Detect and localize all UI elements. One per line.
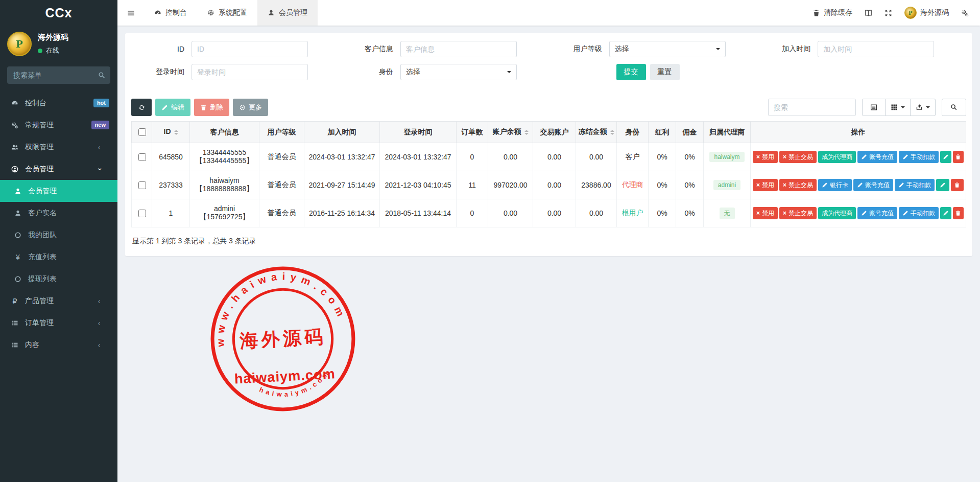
detail-view-icon: [870, 104, 877, 111]
cell-customer: 13344445555【13344445555】: [190, 143, 259, 171]
disable-button[interactable]: ×禁用: [753, 179, 778, 191]
filter-select-用户等级[interactable]: 选择: [609, 41, 726, 57]
sidebar-item-会员管理[interactable]: 会员管理‹: [0, 158, 117, 180]
sidebar-user-panel: P 海外源码 在线: [0, 26, 117, 64]
column-header-账户余额[interactable]: 账户余额: [488, 122, 533, 143]
settings-gears-icon[interactable]: [961, 9, 969, 17]
cell-level: 普通会员: [259, 199, 304, 227]
sidebar-item-常规管理[interactable]: 常规管理new: [0, 114, 117, 136]
filter-input-加入时间[interactable]: [818, 41, 934, 57]
navbar-user[interactable]: P 海外源码: [904, 7, 949, 19]
reset-button[interactable]: 重置: [650, 64, 680, 80]
tab-系统配置[interactable]: 系统配置: [197, 0, 257, 26]
table-toolbar: 编辑删除更多: [131, 99, 966, 116]
deduct-button[interactable]: 手动扣款: [899, 207, 939, 219]
pencil-icon: [943, 210, 949, 216]
list-icon: [9, 341, 20, 349]
cell-orders: 11: [457, 171, 488, 199]
sidebar-item-权限管理[interactable]: 权限管理‹: [0, 136, 117, 158]
forbid-trade-button[interactable]: ×禁止交易: [779, 179, 817, 191]
select-all-checkbox[interactable]: [138, 128, 146, 136]
table-search-input[interactable]: [768, 99, 856, 116]
row-checkbox[interactable]: [138, 181, 146, 189]
edit-row-button[interactable]: [940, 207, 951, 219]
edit-row-button[interactable]: [936, 179, 949, 191]
row-checkbox[interactable]: [138, 210, 146, 217]
cell-agent: haiwaiym: [704, 143, 751, 171]
row-checkbox[interactable]: [138, 153, 146, 161]
action-label: 账号充值: [869, 209, 894, 218]
pencil-icon: [902, 154, 909, 160]
disable-button[interactable]: ×禁用: [753, 207, 778, 219]
table-search-button[interactable]: [942, 99, 966, 116]
sidebar-item-订单管理[interactable]: 订单管理‹: [0, 312, 117, 334]
recharge-button[interactable]: 账号充值: [857, 207, 897, 219]
delete-row-button[interactable]: [953, 151, 964, 163]
edit-button-label: 编辑: [171, 103, 184, 112]
refresh-button[interactable]: [131, 99, 152, 116]
action-label: 禁用: [762, 153, 774, 162]
deduct-button[interactable]: 手动扣款: [895, 179, 935, 191]
action-label: 账号充值: [869, 153, 894, 162]
become-agent-button[interactable]: 成为代理商: [818, 151, 856, 163]
columns-button[interactable]: [886, 99, 911, 116]
filter-input-客户信息[interactable]: [400, 41, 517, 57]
tab-会员管理[interactable]: 会员管理: [257, 0, 318, 26]
sort-carets-icon[interactable]: [174, 128, 178, 137]
delete-row-button[interactable]: [953, 207, 964, 219]
edit-row-button[interactable]: [940, 151, 951, 163]
recharge-button[interactable]: 账号充值: [857, 151, 897, 163]
filter-select-身份[interactable]: 选择: [400, 64, 517, 80]
deduct-button[interactable]: 手动扣款: [899, 151, 939, 163]
forbid-trade-button[interactable]: ×禁止交易: [779, 207, 817, 219]
sidebar-item-客户实名[interactable]: 客户实名: [0, 202, 117, 224]
sidebar-item-充值列表[interactable]: ¥充值列表: [0, 246, 117, 268]
sidebar-search-input[interactable]: [7, 66, 110, 84]
customer-name: 13344445555: [192, 148, 257, 156]
customer-name: admini: [192, 204, 257, 213]
detail-view-button[interactable]: [862, 99, 886, 116]
more-button[interactable]: 更多: [233, 99, 268, 116]
filter-input-登录时间[interactable]: [192, 64, 308, 80]
sidebar-item-控制台[interactable]: 控制台hot: [0, 92, 117, 114]
filter-label: 登录时间: [131, 67, 192, 77]
delete-row-button[interactable]: [951, 179, 964, 191]
x-icon: ×: [756, 210, 760, 216]
book-icon[interactable]: [865, 9, 872, 17]
sidebar-toggle-button[interactable]: [117, 0, 144, 26]
sidebar-item-我的团队[interactable]: 我的团队: [0, 224, 117, 246]
clear-cache-button[interactable]: 清除缓存: [812, 8, 852, 17]
column-header-归属代理商: 归属代理商: [704, 122, 751, 143]
circle-icon: [12, 232, 23, 239]
cell-identity: 代理商: [617, 171, 649, 199]
identity-label: 客户: [626, 152, 640, 160]
cell-commission: 0%: [676, 143, 704, 171]
column-header-订单数: 订单数: [457, 122, 488, 143]
pencil-icon: [822, 182, 828, 188]
delete-button[interactable]: 删除: [194, 99, 229, 116]
submit-button[interactable]: 提交: [616, 64, 646, 80]
recharge-button[interactable]: 账号充值: [853, 179, 893, 191]
sidebar-item-提现列表[interactable]: 提现列表: [0, 268, 117, 290]
filter-input-ID[interactable]: [192, 41, 308, 57]
disable-button[interactable]: ×禁用: [753, 151, 778, 163]
forbid-trade-button[interactable]: ×禁止交易: [779, 151, 817, 163]
bank-card-button[interactable]: 银行卡: [818, 179, 852, 191]
column-label: 加入时间: [328, 128, 356, 136]
sidebar-item-内容[interactable]: 内容‹: [0, 334, 117, 356]
sidebar-item-label: 充值列表: [28, 253, 109, 262]
tab-控制台[interactable]: 控制台: [144, 0, 197, 26]
edit-button[interactable]: 编辑: [155, 99, 190, 116]
pencil-icon: [940, 182, 946, 188]
sidebar-item-会员管理[interactable]: 会员管理: [0, 180, 117, 202]
become-agent-button[interactable]: 成为代理商: [818, 207, 856, 219]
fullscreen-icon[interactable]: [885, 9, 892, 17]
column-header-ID[interactable]: ID: [152, 122, 190, 143]
export-button[interactable]: [911, 99, 936, 116]
app-logo: CCx: [0, 0, 117, 26]
sort-carets-icon[interactable]: [524, 128, 529, 137]
column-header-冻结金额[interactable]: 冻结金额: [576, 122, 617, 143]
svg-text:海外源码: 海外源码: [238, 326, 326, 352]
sort-carets-icon[interactable]: [610, 128, 614, 137]
sidebar-item-产品管理[interactable]: ₽产品管理‹: [0, 290, 117, 312]
